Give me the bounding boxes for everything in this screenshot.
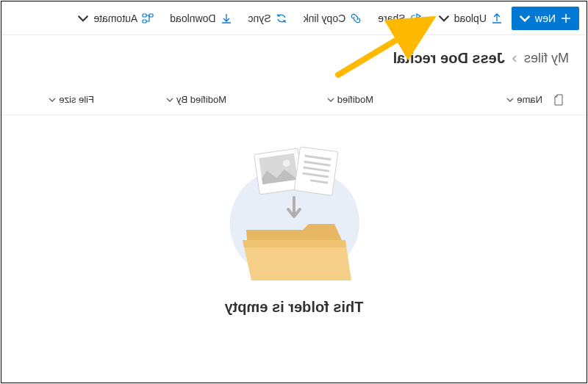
sync-button[interactable]: Sync xyxy=(241,7,295,30)
breadcrumb: My files Jess Doe recital xyxy=(1,35,587,70)
column-header-name[interactable]: Name xyxy=(373,94,542,105)
upload-button-label: Upload xyxy=(454,12,487,24)
automate-button[interactable]: Automate xyxy=(70,7,161,30)
download-button[interactable]: Download xyxy=(162,7,239,30)
breadcrumb-current: Jess Doe recital xyxy=(393,50,505,67)
upload-button[interactable]: Upload xyxy=(431,7,510,30)
share-button-label: Share xyxy=(378,12,405,24)
column-file-type-icon[interactable] xyxy=(542,94,575,106)
svg-rect-2 xyxy=(143,14,146,17)
chevron-down-icon xyxy=(519,12,531,24)
chevron-down-icon xyxy=(77,12,89,24)
upload-icon xyxy=(491,12,503,24)
link-icon xyxy=(350,12,362,24)
copy-link-button-label: Copy link xyxy=(304,12,346,24)
share-icon xyxy=(410,12,422,24)
chevron-down-icon xyxy=(438,12,450,24)
column-header-file-size[interactable]: File size xyxy=(13,94,94,105)
chevron-down-icon xyxy=(327,96,334,104)
automate-button-label: Automate xyxy=(93,12,137,24)
column-header-modified[interactable]: Modified xyxy=(226,94,373,105)
plus-icon xyxy=(560,12,572,24)
download-button-label: Download xyxy=(170,12,215,24)
chevron-down-icon xyxy=(166,96,173,104)
new-button-label: New xyxy=(535,12,556,24)
svg-rect-0 xyxy=(149,14,153,17)
chevron-down-icon xyxy=(49,96,56,104)
toolbar: New Upload Share Copy link xyxy=(1,1,587,35)
new-button[interactable]: New xyxy=(512,7,579,30)
empty-folder-illustration xyxy=(206,137,382,291)
empty-folder-state: This folder is empty xyxy=(1,115,587,316)
download-icon xyxy=(220,12,232,24)
sync-button-label: Sync xyxy=(248,12,271,24)
chevron-down-icon xyxy=(506,96,514,104)
svg-rect-6 xyxy=(294,147,338,196)
breadcrumb-root[interactable]: My files xyxy=(524,51,569,66)
column-headers: Name Modified Modified By File size xyxy=(1,84,587,115)
sync-icon xyxy=(276,12,287,24)
empty-folder-message: This folder is empty xyxy=(225,299,364,316)
svg-rect-1 xyxy=(143,20,146,23)
chevron-right-icon xyxy=(511,51,518,66)
copy-link-button[interactable]: Copy link xyxy=(296,7,370,30)
flow-icon xyxy=(142,12,154,24)
column-header-modified-by[interactable]: Modified By xyxy=(94,94,226,105)
share-button[interactable]: Share xyxy=(370,7,429,30)
